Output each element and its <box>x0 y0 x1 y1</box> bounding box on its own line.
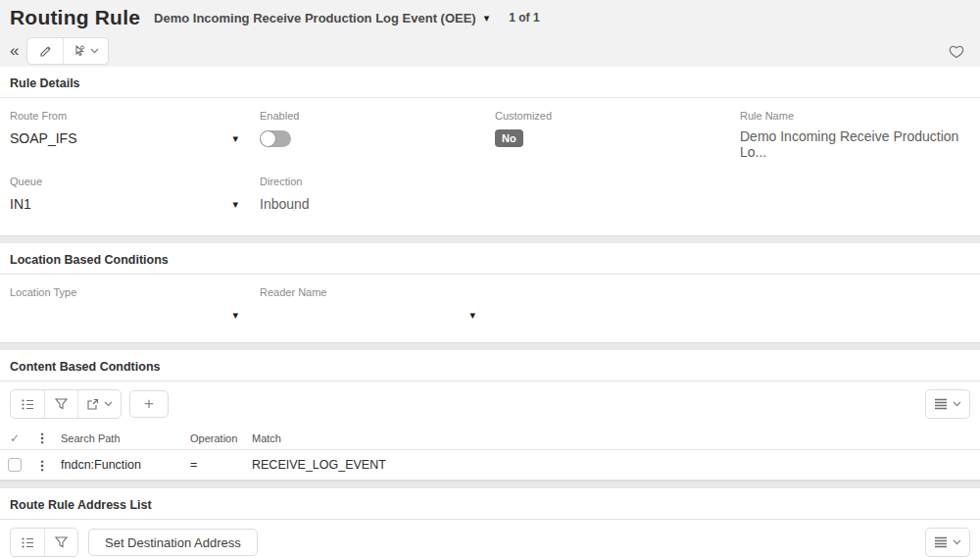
record-selector-label: Demo Incoming Receive Production Log Eve… <box>154 11 476 25</box>
field-label: Route From <box>10 110 260 122</box>
cell-match: RECEIVE_LOG_EVENT <box>252 458 980 472</box>
route-from-field: Route From SOAP_IFS ▾ <box>10 110 260 160</box>
field-label: Queue <box>10 176 260 187</box>
edit-button-group <box>26 37 109 65</box>
address-list-section: Route Rule Address List Set Destination … <box>0 488 980 558</box>
select-all-check-icon[interactable]: ✓ <box>10 431 20 445</box>
table-density-icon <box>934 536 948 548</box>
chevron-down-icon <box>90 48 99 54</box>
route-from-select[interactable]: SOAP_IFS ▾ <box>10 128 238 148</box>
pencil-icon <box>39 45 52 58</box>
field-label: Rule Name <box>740 110 970 122</box>
queue-value: IN1 <box>10 196 31 212</box>
chevron-down-icon: ▾ <box>484 13 490 24</box>
kebab-icon[interactable]: ⋮ <box>36 431 49 444</box>
edit-button[interactable] <box>27 38 63 64</box>
filter-button[interactable] <box>44 529 77 556</box>
chevron-down-icon: ▾ <box>232 199 238 210</box>
customized-badge: No <box>495 129 523 147</box>
address-table-toolbar: Set Destination Address <box>0 520 980 558</box>
section-header: Rule Details <box>0 67 980 98</box>
filter-icon <box>55 398 68 410</box>
rule-name-value: Demo Incoming Receive Production Lo... <box>740 128 970 160</box>
column-header-search-path[interactable]: Search Path <box>55 432 190 444</box>
route-from-value: SOAP_IFS <box>10 130 76 146</box>
pointer-icon <box>73 45 85 58</box>
location-type-select[interactable]: ▾ <box>10 305 238 325</box>
kebab-icon[interactable]: ⋮ <box>36 459 49 472</box>
chevron-down-icon: ▾ <box>232 133 238 144</box>
field-label: Enabled <box>260 110 495 122</box>
section-header: Route Rule Address List <box>0 488 980 520</box>
content-table-toolbar: + <box>0 381 980 427</box>
chevron-down-icon: ▾ <box>469 310 475 321</box>
location-conditions-section: Location Based Conditions Location Type … <box>0 243 980 343</box>
record-count: 1 of 1 <box>509 11 539 25</box>
field-label: Reader Name <box>260 286 495 298</box>
main-toolbar: « <box>10 37 970 65</box>
export-icon <box>86 398 99 411</box>
rule-name-field: Rule Name Demo Incoming Receive Producti… <box>740 110 970 160</box>
column-header-match[interactable]: Match <box>252 432 980 444</box>
field-label: Direction <box>260 176 495 187</box>
chevron-down-icon: ▾ <box>232 310 238 321</box>
queue-field: Queue IN1 ▾ <box>10 176 260 214</box>
cell-operation: = <box>190 458 252 472</box>
set-destination-address-button[interactable]: Set Destination Address <box>88 529 258 556</box>
direction-field: Direction Inbound <box>260 176 495 214</box>
content-table-header: ✓ ⋮ Search Path Operation Match <box>0 427 980 450</box>
table-settings-button[interactable] <box>925 389 970 419</box>
list-select-icon <box>22 399 34 410</box>
field-label: Location Type <box>10 286 260 298</box>
favorite-heart-icon[interactable] <box>949 44 964 59</box>
filter-button[interactable] <box>44 390 77 418</box>
field-label: Customized <box>495 110 740 122</box>
table-tools-group <box>10 528 78 557</box>
content-conditions-section: Content Based Condtions <box>0 350 980 482</box>
queue-select[interactable]: IN1 ▾ <box>10 194 238 214</box>
page-header: Routing Rule Demo Incoming Receive Produ… <box>0 0 980 67</box>
filter-icon <box>55 536 68 548</box>
export-button[interactable] <box>77 390 121 418</box>
table-tools-group <box>10 389 122 419</box>
table-row[interactable]: ⋮ fndcn:Function = RECEIVE_LOG_EVENT <box>0 450 980 481</box>
chevron-down-icon <box>953 539 961 545</box>
page-title: Routing Rule <box>10 6 140 29</box>
section-title: Rule Details <box>10 76 80 90</box>
reader-name-select[interactable]: ▾ <box>260 305 475 325</box>
direction-value: Inbound <box>260 194 495 214</box>
section-header: Content Based Condtions <box>0 350 980 381</box>
toggle-knob <box>261 131 275 146</box>
context-actions-button[interactable] <box>63 38 108 64</box>
table-density-icon <box>934 398 948 410</box>
location-type-field: Location Type ▾ <box>10 286 260 325</box>
list-select-icon <box>22 537 34 548</box>
multiselect-button[interactable] <box>11 390 44 418</box>
cell-search-path: fndcn:Function <box>55 458 190 472</box>
section-header: Location Based Conditions <box>0 243 980 275</box>
table-settings-button[interactable] <box>925 528 970 557</box>
section-title: Route Rule Address List <box>10 498 152 512</box>
rule-details-section: Rule Details Route From SOAP_IFS ▾ Enabl… <box>0 67 980 236</box>
chevron-down-icon <box>953 401 961 407</box>
row-checkbox[interactable] <box>8 458 22 472</box>
section-title: Content Based Condtions <box>10 360 160 374</box>
add-row-button[interactable]: + <box>129 390 169 418</box>
chevron-down-icon <box>104 401 113 407</box>
enabled-field: Enabled <box>260 110 495 160</box>
record-selector[interactable]: Demo Incoming Receive Production Log Eve… <box>154 11 489 25</box>
enabled-toggle[interactable] <box>260 130 291 147</box>
collapse-icon[interactable]: « <box>10 41 26 61</box>
multiselect-button[interactable] <box>11 529 44 556</box>
section-title: Location Based Conditions <box>10 253 169 267</box>
reader-name-field: Reader Name ▾ <box>260 286 495 325</box>
plus-icon: + <box>144 394 154 414</box>
column-header-operation[interactable]: Operation <box>190 432 252 444</box>
customized-field: Customized No <box>495 110 740 160</box>
